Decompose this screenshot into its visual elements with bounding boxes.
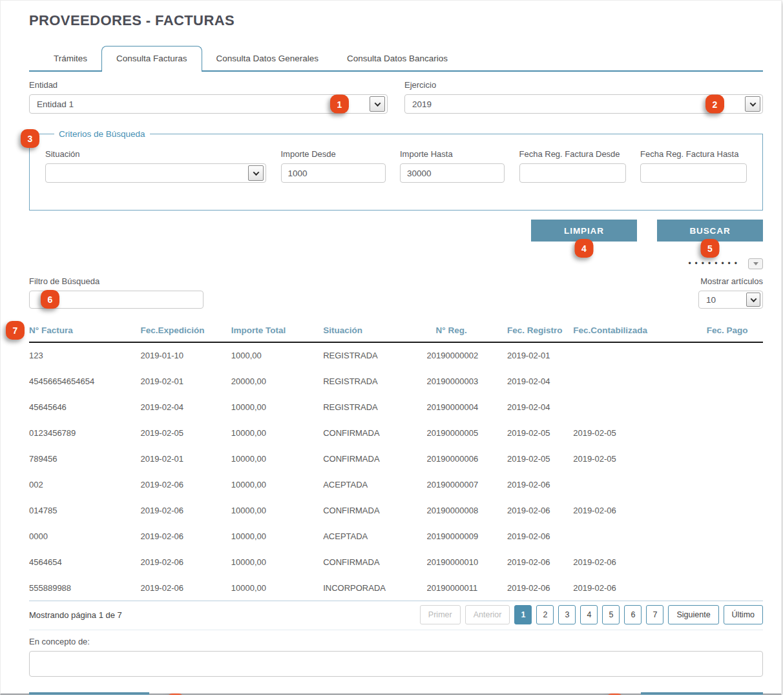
filtro-label: Filtro de Búsqueda — [29, 276, 204, 286]
table-cell: 2019-02-05 — [573, 420, 707, 446]
table-row: 0147852019-02-0610000,00CONFIRMADA201900… — [29, 497, 763, 523]
buscar-button[interactable]: BUSCAR — [657, 220, 763, 242]
tab-tr-mites[interactable]: Trámites — [39, 46, 101, 70]
table-cell: 2019-02-06 — [507, 549, 573, 575]
table-cell: 20000,00 — [231, 368, 323, 394]
fecha-hasta-input[interactable] — [640, 163, 747, 183]
table-cell: 014785 — [29, 497, 140, 523]
table-cell: 20190000004 — [427, 394, 507, 420]
fecha-desde-input[interactable] — [519, 163, 626, 183]
table-cell: CONFIRMADA — [323, 549, 426, 575]
table-cell: 20190000007 — [427, 471, 507, 497]
table-cell: 2019-02-06 — [140, 497, 231, 523]
chevron-down-icon[interactable] — [745, 96, 760, 112]
chevron-down-icon[interactable] — [748, 258, 763, 269]
page-button-5[interactable]: 5 — [602, 605, 620, 624]
table-cell: 789456 — [29, 446, 140, 471]
entidad-label: Entidad — [29, 80, 388, 90]
table-cell — [707, 446, 763, 471]
fecha-desde-label: Fecha Reg. Factura Desde — [519, 149, 626, 159]
table-row: 45646542019-02-0610000,00CONFIRMADA20190… — [29, 549, 763, 575]
table-row: 01234567892019-02-0510000,00CONFIRMADA20… — [29, 420, 763, 446]
pagination-bar: Mostrando página 1 de 7 PrimerAnterior12… — [29, 601, 763, 630]
page-button-3[interactable]: 3 — [558, 605, 576, 624]
table-cell: 10000,00 — [231, 394, 323, 420]
table-cell: REGISTRADA — [323, 368, 426, 394]
table-row: 00002019-02-0610000,00ACEPTADA2019000000… — [29, 523, 763, 549]
page-button-siguiente[interactable]: Siguiente — [668, 605, 718, 624]
table-header-row: N° FacturaFec.ExpediciónImporte TotalSit… — [29, 325, 763, 342]
table-cell: 10000,00 — [231, 420, 323, 446]
table-cell: 2019-02-01 — [140, 368, 231, 394]
table-cell: 20190000011 — [427, 575, 507, 601]
table-cell: 2019-02-04 — [507, 368, 573, 394]
table-cell: 2019-02-06 — [573, 549, 707, 575]
table-row: 0022019-02-0610000,00ACEPTADA20190000007… — [29, 471, 763, 497]
chevron-down-icon[interactable] — [746, 293, 760, 307]
chevron-down-icon[interactable] — [248, 165, 264, 181]
page-button-ltimo[interactable]: Último — [724, 605, 763, 624]
limpiar-button[interactable]: LIMPIAR — [531, 220, 637, 242]
table-cell: 10000,00 — [231, 575, 323, 601]
table-cell: 2019-02-05 — [140, 420, 231, 446]
callout-3: 3 — [21, 129, 39, 148]
page-button-1[interactable]: 1 — [514, 605, 532, 624]
results-table: 7 N° FacturaFec.ExpediciónImporte TotalS… — [29, 325, 763, 601]
criterios-fieldset: 3 Criterios de Búsqueda Situación Import… — [29, 129, 763, 211]
table-cell — [707, 497, 763, 523]
table-cell: 20190000006 — [427, 446, 507, 471]
page-button-primer[interactable]: Primer — [420, 605, 461, 624]
expedientes-button[interactable]: EXPEDIENTES — [29, 692, 149, 695]
table-cell: 20190000002 — [427, 342, 507, 368]
table-cell: 1000,00 — [231, 342, 323, 368]
table-cell: 2019-02-06 — [573, 497, 707, 523]
page-button-2[interactable]: 2 — [536, 605, 554, 624]
table-cell: CONFIRMADA — [323, 446, 426, 471]
table-cell: 2019-02-06 — [507, 471, 573, 497]
tab-consulta-datos-bancarios[interactable]: Consulta Datos Bancarios — [333, 46, 462, 70]
table-cell — [707, 420, 763, 446]
cerrar-button[interactable]: CERRAR — [641, 692, 763, 695]
mostrar-articulos-value: 10 — [706, 295, 716, 305]
page-button-4[interactable]: 4 — [580, 605, 598, 624]
page-button-anterior[interactable]: Anterior — [465, 605, 510, 624]
page-button-7[interactable]: 7 — [646, 605, 663, 624]
situacion-select[interactable] — [45, 163, 266, 183]
situacion-label: Situación — [45, 149, 266, 159]
callout-9: 9 — [605, 694, 624, 695]
table-cell: 10000,00 — [231, 446, 323, 471]
mostrar-articulos-field: Mostrar artículos 10 — [698, 276, 763, 309]
chevron-down-icon[interactable] — [370, 96, 385, 112]
importe-hasta-field: Importe Hasta — [400, 149, 505, 183]
table-cell: 2019-02-06 — [573, 575, 707, 601]
table-cell — [707, 523, 763, 549]
concepto-textarea[interactable] — [29, 651, 763, 677]
tab-consulta-facturas[interactable]: Consulta Facturas — [101, 46, 202, 72]
ejercicio-select[interactable]: 2019 2 — [404, 94, 763, 114]
mostrar-articulos-label: Mostrar artículos — [660, 276, 763, 286]
importe-hasta-label: Importe Hasta — [400, 149, 505, 159]
table-cell: 555889988 — [29, 575, 140, 601]
table-cell: 2019-02-06 — [140, 523, 231, 549]
importe-hasta-input[interactable] — [400, 163, 505, 183]
column-header-n-reg: N° Reg. — [427, 325, 507, 342]
entidad-select[interactable]: Entidad 1 1 — [29, 94, 388, 114]
importe-desde-input[interactable] — [281, 163, 386, 183]
page-button-6[interactable]: 6 — [624, 605, 642, 624]
callout-4: 4 — [575, 239, 594, 258]
table-cell — [573, 342, 707, 368]
table-cell — [707, 394, 763, 420]
table-cell: 2019-02-04 — [140, 394, 231, 420]
table-row: 7894562019-02-0110000,00CONFIRMADA201900… — [29, 446, 763, 471]
table-row: 1232019-01-101000,00REGISTRADA2019000000… — [29, 342, 763, 368]
table-cell: 0123456789 — [29, 420, 140, 446]
table-cell — [573, 471, 707, 497]
concepto-field: En concepto de: — [29, 637, 763, 679]
tab-consulta-datos-generales[interactable]: Consulta Datos Generales — [202, 46, 333, 70]
situacion-field: Situación — [45, 149, 266, 183]
mostrar-articulos-select[interactable]: 10 — [698, 291, 763, 309]
callout-6: 6 — [41, 290, 59, 309]
ejercicio-field: Ejercicio 2019 2 — [404, 80, 763, 114]
table-cell: 002 — [29, 471, 140, 497]
table-cell: 2019-01-10 — [140, 342, 231, 368]
